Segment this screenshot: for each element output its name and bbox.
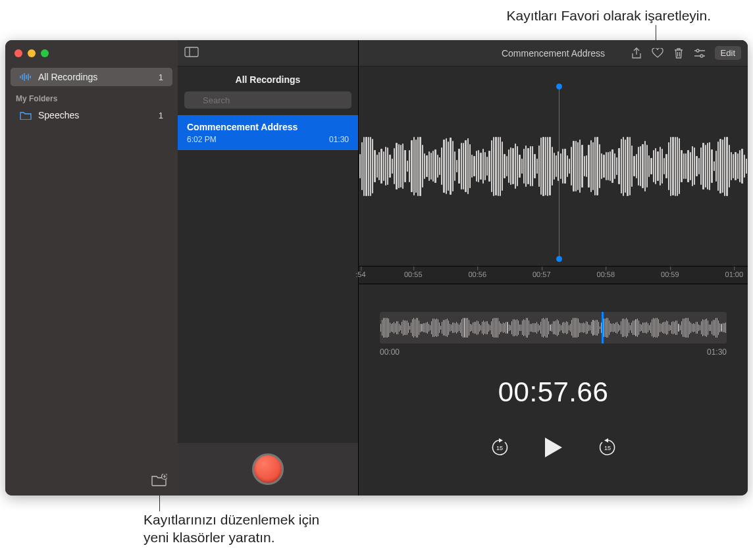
callout-new-folder: Kayıtlarınızı düzenlemek için yeni klasö… <box>143 511 319 547</box>
favorite-heart-icon[interactable] <box>652 47 663 59</box>
search-wrap <box>178 91 358 115</box>
detail-panel: Commencement Address Edit <box>359 40 748 496</box>
sidebar: All Recordings 1 My Folders Speeches 1 <box>5 40 178 496</box>
fullscreen-window-button[interactable] <box>41 49 49 57</box>
search-input[interactable] <box>184 91 351 109</box>
playhead[interactable] <box>559 86 559 259</box>
sidebar-item-label: All Recordings <box>38 72 97 82</box>
minimize-window-button[interactable] <box>28 49 36 57</box>
callout-new-folder-line2: yeni klasörler yaratın. <box>143 530 275 545</box>
voice-memos-window: All Recordings 1 My Folders Speeches 1 <box>5 40 748 496</box>
sidebar-item-count: 1 <box>159 111 163 120</box>
ruler-tick: 00:58 <box>597 270 615 278</box>
waveform-icon <box>20 72 32 82</box>
folder-icon <box>20 111 32 120</box>
edit-button[interactable]: Edit <box>715 46 741 60</box>
callout-favorite: Kayıtları Favori olarak işaretleyin. <box>382 8 711 24</box>
list-title: All Recordings <box>178 66 358 91</box>
recording-item-time: 6:02 PM <box>187 135 217 144</box>
overview-waveform[interactable] <box>380 312 727 344</box>
ruler-tick: 00:55 <box>404 270 423 278</box>
overview-end: 01:30 <box>707 347 727 357</box>
record-footer <box>178 443 358 496</box>
overview-bars <box>380 312 727 344</box>
svg-point-14 <box>696 49 699 52</box>
recording-item-duration: 01:30 <box>329 135 349 144</box>
recording-item-meta: 6:02 PM 01:30 <box>187 135 349 144</box>
detail-title: Commencement Address <box>502 48 605 59</box>
svg-text:15: 15 <box>604 445 610 451</box>
svg-rect-9 <box>185 47 198 57</box>
recordings-list-panel: All Recordings Commencement Address 6:02… <box>178 40 359 496</box>
detail-tools: Edit <box>631 46 741 60</box>
playback-controls: 15 15 <box>359 436 748 459</box>
overview-labels: 00:00 01:30 <box>380 347 727 357</box>
share-icon[interactable] <box>631 47 642 59</box>
overview-area: 00:00 01:30 <box>359 284 748 357</box>
detail-toolbar: Commencement Address Edit <box>359 40 748 66</box>
svg-text:15: 15 <box>496 445 502 451</box>
sidebar-toggle-icon[interactable] <box>184 47 199 60</box>
sidebar-item-all-recordings[interactable]: All Recordings 1 <box>11 68 172 86</box>
ruler-tick: :54 <box>355 270 365 278</box>
sidebar-item-count: 1 <box>159 72 163 82</box>
settings-sliders-icon[interactable] <box>694 47 706 59</box>
playback-timer: 00:57.66 <box>359 376 748 408</box>
svg-point-16 <box>700 55 703 57</box>
window-controls <box>5 40 178 66</box>
new-folder-button[interactable] <box>151 473 167 488</box>
close-window-button[interactable] <box>14 49 22 57</box>
record-button[interactable] <box>252 453 284 485</box>
list-toolbar <box>178 40 358 66</box>
overview-playhead[interactable] <box>602 312 604 344</box>
overview-start: 00:00 <box>380 347 400 357</box>
waveform-main[interactable] <box>359 66 748 266</box>
callout-new-folder-line1: Kayıtlarınızı düzenlemek için <box>143 512 319 527</box>
ruler-tick: 00:59 <box>661 270 679 278</box>
play-button[interactable] <box>542 436 565 459</box>
sidebar-item-label: Speeches <box>38 110 79 120</box>
ruler-tick: 00:57 <box>532 270 551 278</box>
ruler-tick: 01:00 <box>725 270 744 278</box>
sidebar-section-header: My Folders <box>5 88 178 105</box>
time-ruler[interactable]: :54 00:55 00:56 00:57 00:58 00:59 01:00 <box>359 266 748 284</box>
ruler-tick: 00:56 <box>468 270 486 278</box>
recording-item-title: Commencement Address <box>187 122 349 132</box>
trash-icon[interactable] <box>673 47 685 59</box>
waveform-bars <box>359 66 748 266</box>
recording-item[interactable]: Commencement Address 6:02 PM 01:30 <box>178 115 358 150</box>
skip-forward-15-button[interactable]: 15 <box>598 438 617 457</box>
skip-back-15-button[interactable]: 15 <box>490 438 509 457</box>
sidebar-item-speeches[interactable]: Speeches 1 <box>11 106 172 124</box>
